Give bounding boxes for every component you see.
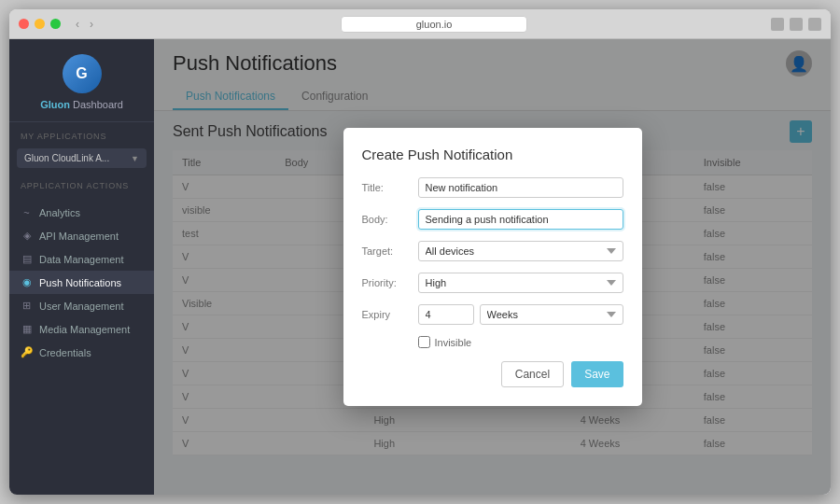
sidebar-item-push-notifications[interactable]: ◉ Push Notifications [9, 271, 154, 294]
expiry-number-input[interactable] [418, 304, 474, 325]
sidebar-item-api-management[interactable]: ◈ API Management [9, 224, 154, 247]
modal-footer: Cancel Save [362, 361, 623, 387]
app-container: G Gluon Dashboard MY APPLICATIONS Gluon … [9, 39, 831, 495]
media-icon: ▦ [21, 323, 33, 335]
target-label: Target: [362, 241, 411, 257]
expiry-unit-select[interactable]: Minutes Hours Days Weeks [480, 304, 623, 325]
body-field-group: Body: [362, 209, 623, 230]
target-select[interactable]: All devices iOS Android Web [418, 241, 623, 261]
nav-buttons: ‹ › [72, 16, 97, 33]
app-selector-text: Gluon CloudLink A... [24, 153, 109, 163]
invisible-checkbox-row: Invisible [418, 336, 623, 348]
title-label: Title: [362, 177, 411, 193]
browser-titlebar: ‹ › gluon.io [9, 9, 831, 39]
logo-avatar: G [63, 54, 102, 93]
maximize-button[interactable] [50, 19, 61, 29]
modal-overlay: Create Push Notification Title: Body: Ta… [154, 39, 831, 495]
create-push-notification-modal: Create Push Notification Title: Body: Ta… [343, 128, 642, 406]
sidebar-item-credentials[interactable]: 🔑 Credentials [9, 341, 154, 364]
sidebar-item-label: Credentials [39, 347, 91, 358]
minimize-button[interactable] [35, 19, 45, 29]
sidebar: G Gluon Dashboard MY APPLICATIONS Gluon … [9, 39, 154, 495]
modal-title: Create Push Notification [362, 147, 623, 162]
download-icon [808, 18, 821, 31]
sidebar-item-label: Push Notifications [39, 277, 121, 288]
data-icon: ▤ [21, 253, 33, 265]
sidebar-item-label: Data Management [39, 254, 124, 265]
priority-field-group: Priority: High Normal Low [362, 273, 623, 293]
title-field-group: Title: [362, 177, 623, 198]
sidebar-item-media-management[interactable]: ▦ Media Management [9, 317, 154, 341]
sidebar-brand: Gluon Dashboard [40, 99, 123, 110]
app-actions-label: APPLICATION ACTIONS [9, 172, 154, 194]
my-applications-label: MY APPLICATIONS [9, 122, 154, 145]
sidebar-item-user-management[interactable]: ⊞ User Management [9, 294, 154, 317]
sidebar-item-label: User Management [39, 301, 124, 312]
back-button[interactable]: ‹ [72, 16, 83, 33]
push-icon: ◉ [21, 276, 33, 288]
expiry-field-group: Expiry Minutes Hours Days Weeks [362, 304, 623, 325]
key-icon: 🔑 [21, 346, 33, 358]
shield-icon [771, 18, 784, 31]
analytics-icon: ~ [21, 207, 33, 218]
sidebar-item-label: Analytics [39, 207, 80, 218]
sidebar-item-label: Media Management [39, 324, 130, 335]
bookmark-icon [790, 18, 803, 31]
sidebar-nav: ~ Analytics ◈ API Management ▤ Data Mana… [9, 194, 154, 368]
target-field-group: Target: All devices iOS Android Web [362, 241, 623, 261]
title-input[interactable] [418, 177, 623, 198]
sidebar-item-data-management[interactable]: ▤ Data Management [9, 247, 154, 271]
app-selector[interactable]: Gluon CloudLink A... ▼ [17, 148, 147, 168]
browser-actions [771, 18, 821, 31]
expiry-row: Minutes Hours Days Weeks [418, 304, 623, 325]
url-bar[interactable]: gluon.io [341, 16, 527, 33]
invisible-label: Invisible [435, 337, 472, 348]
expiry-label: Expiry [362, 304, 411, 320]
sidebar-item-label: API Management [39, 231, 119, 242]
forward-button[interactable]: › [86, 16, 97, 33]
body-input[interactable] [418, 209, 623, 230]
priority-select[interactable]: High Normal Low [418, 273, 623, 293]
sidebar-logo: G Gluon Dashboard [9, 39, 154, 122]
api-icon: ◈ [21, 230, 33, 242]
invisible-checkbox[interactable] [418, 336, 430, 348]
close-button[interactable] [19, 19, 29, 29]
body-label: Body: [362, 209, 411, 225]
save-button[interactable]: Save [571, 361, 623, 387]
main-content: Push Notifications 👤 Push Notifications … [154, 39, 831, 495]
browser-tab-bar: gluon.io [103, 16, 765, 33]
users-icon: ⊞ [21, 300, 33, 312]
sidebar-item-analytics[interactable]: ~ Analytics [9, 202, 154, 224]
browser-window: ‹ › gluon.io G Gluon Dashboard MY [9, 9, 831, 495]
chevron-down-icon: ▼ [131, 154, 139, 163]
priority-label: Priority: [362, 273, 411, 288]
cancel-button[interactable]: Cancel [501, 361, 564, 387]
